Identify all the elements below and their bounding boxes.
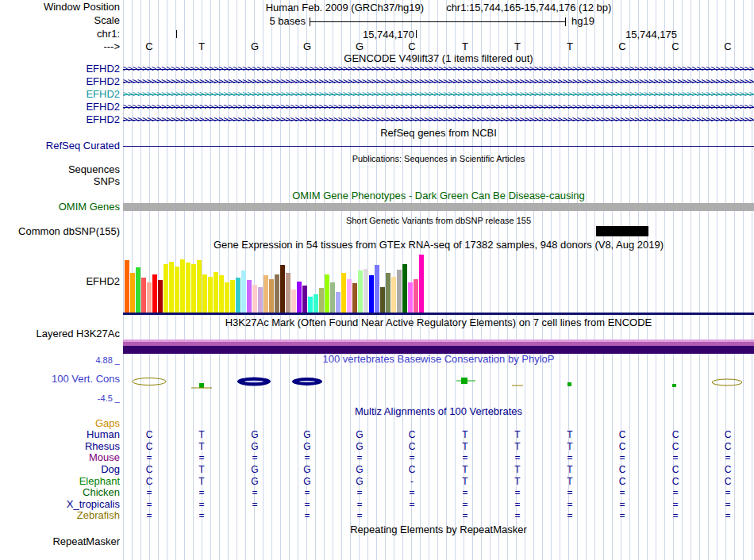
gtex-tissue-bar[interactable] <box>191 264 196 313</box>
alignment-base[interactable]: = <box>175 499 228 510</box>
gtex-tissue-bar[interactable] <box>208 277 213 313</box>
alignment-base[interactable]: = <box>281 487 333 498</box>
track-title-gtex[interactable]: Gene Expression in 54 tissues from GTEx … <box>123 240 754 251</box>
alignment-base[interactable]: = <box>333 499 386 510</box>
species-label-x_tropicalis[interactable]: X_tropicalis <box>0 499 120 510</box>
alignment-base[interactable]: - <box>386 476 438 487</box>
gtex-tissue-bar[interactable] <box>252 285 257 313</box>
alignment-base[interactable]: T <box>439 429 491 440</box>
gtex-tissue-bar[interactable] <box>225 282 229 313</box>
alignment-base[interactable]: = <box>649 499 702 510</box>
gtex-tissue-bar[interactable] <box>175 267 179 313</box>
alignment-base[interactable]: = <box>333 452 386 463</box>
alignment-base[interactable]: C <box>649 476 702 487</box>
alignment-base[interactable]: = <box>386 487 438 498</box>
alignment-base[interactable]: C <box>649 464 702 475</box>
alignment-base[interactable]: G <box>333 429 386 440</box>
conservation-mark[interactable] <box>299 381 315 382</box>
alignment-base[interactable]: G <box>333 441 386 452</box>
alignment-base[interactable]: = <box>491 499 544 510</box>
alignment-base[interactable]: G <box>281 441 333 452</box>
alignment-base[interactable]: = <box>702 499 754 510</box>
alignment-base[interactable]: = <box>596 452 648 463</box>
alignment-base[interactable]: = <box>544 510 596 521</box>
alignment-base[interactable]: = <box>281 510 333 521</box>
alignment-base[interactable]: = <box>386 452 438 463</box>
alignment-base[interactable]: C <box>123 429 175 440</box>
gtex-tissue-bar[interactable] <box>364 269 368 313</box>
gtex-tissue-bar[interactable] <box>369 275 374 313</box>
alignment-base[interactable]: G <box>281 429 333 440</box>
track-label-omim-genes[interactable]: OMIM Genes <box>0 201 120 213</box>
gtex-tissue-bar[interactable] <box>214 272 218 313</box>
gtex-tissue-bar[interactable] <box>297 282 302 313</box>
gtex-tissue-bar[interactable] <box>125 260 129 313</box>
alignment-base[interactable]: = <box>123 499 175 510</box>
alignment-base[interactable]: = <box>123 487 175 498</box>
alignment-base[interactable]: T <box>491 441 544 452</box>
alignment-base[interactable]: G <box>333 476 386 487</box>
track-title-dbsnp[interactable]: Short Genetic Variants from dbSNP releas… <box>123 215 754 226</box>
alignment-base[interactable]: T <box>544 429 596 440</box>
alignment-base[interactable]: = <box>333 510 386 521</box>
species-label-elephant[interactable]: Elephant <box>0 476 120 487</box>
gtex-tissue-bar[interactable] <box>258 287 263 313</box>
gtex-tissue-bar[interactable] <box>380 287 385 313</box>
alignment-base[interactable]: = <box>596 499 648 510</box>
alignment-base[interactable]: C <box>386 429 438 440</box>
track-label-layered-h3k27ac[interactable]: Layered H3K27Ac <box>0 328 120 339</box>
gtex-tissue-bar[interactable] <box>280 265 285 313</box>
alignment-base[interactable]: C <box>386 464 438 475</box>
gene-direction-arrows[interactable]: >>>>>>>>>>>>>>>>>>>>>>>>>>>>>>>>>>>>>>>>… <box>123 64 754 74</box>
alignment-base[interactable]: = <box>649 452 702 463</box>
gtex-tissue-bar[interactable] <box>202 274 207 313</box>
gtex-tissue-bar[interactable] <box>169 262 174 313</box>
gtex-tissue-bar[interactable] <box>163 264 168 313</box>
alignment-base[interactable]: = <box>491 510 544 521</box>
alignment-base[interactable]: T <box>439 464 491 475</box>
alignment-base[interactable]: C <box>123 464 175 475</box>
track-title-omim[interactable]: OMIM Gene Phenotypes - Dark Green Can Be… <box>123 190 754 201</box>
alignment-base[interactable]: T <box>491 476 544 487</box>
alignment-base[interactable]: = <box>491 487 544 498</box>
track-label-repeatmasker[interactable]: RepeatMasker <box>0 536 120 547</box>
gene-label-efhd2[interactable]: EFHD2 <box>0 76 120 87</box>
species-label-rhesus[interactable]: Rhesus <box>0 441 120 452</box>
gtex-tissue-bar[interactable] <box>241 270 246 313</box>
gene-label-efhd2[interactable]: EFHD2 <box>0 63 120 75</box>
gtex-tissue-bar[interactable] <box>319 288 324 313</box>
conservation-wiggle[interactable] <box>123 365 754 403</box>
gene-direction-arrows[interactable]: >>>>>>>>>>>>>>>>>>>>>>>>>>>>>>>>>>>>>>>>… <box>123 115 754 125</box>
alignment-base[interactable]: = <box>229 452 281 463</box>
gene-direction-arrows[interactable]: >>>>>>>>>>>>>>>>>>>>>>>>>>>>>>>>>>>>>>>>… <box>123 77 754 86</box>
alignment-base[interactable]: C <box>123 441 175 452</box>
alignment-base[interactable]: T <box>491 429 544 440</box>
gtex-tissue-bar[interactable] <box>275 274 279 313</box>
alignment-base[interactable]: = <box>333 487 386 498</box>
species-label-chicken[interactable]: Chicken <box>0 487 120 498</box>
alignment-base[interactable]: C <box>386 441 438 452</box>
alignment-base[interactable]: T <box>175 441 228 452</box>
gtex-tissue-bar[interactable] <box>247 280 252 313</box>
track-title-refseq[interactable]: RefSeq genes from NCBI <box>123 128 754 139</box>
gtex-tissue-bar[interactable] <box>186 263 190 313</box>
alignment-base[interactable]: = <box>281 499 333 510</box>
track-label-refseq-curated[interactable]: RefSeq Curated <box>0 140 120 152</box>
gtex-tissue-bar[interactable] <box>130 273 135 313</box>
alignment-base[interactable]: = <box>702 487 754 498</box>
alignment-base[interactable]: G <box>229 429 281 440</box>
gtex-tissue-bar[interactable] <box>286 273 290 313</box>
alignment-base[interactable]: C <box>649 429 702 440</box>
alignment-base[interactable]: T <box>175 464 228 475</box>
alignment-base[interactable]: T <box>544 441 596 452</box>
alignment-base[interactable]: C <box>596 429 648 440</box>
track-title-repeatmasker[interactable]: Repeating Elements by RepeatMasker <box>123 524 754 535</box>
alignment-base[interactable]: G <box>229 476 281 487</box>
alignment-base[interactable]: = <box>596 510 648 521</box>
species-label-zebrafish[interactable]: Zebrafish <box>0 510 120 521</box>
alignment-base[interactable]: C <box>596 441 648 452</box>
gtex-tissue-bar[interactable] <box>414 279 418 313</box>
species-label-gaps[interactable]: Gaps <box>0 418 120 429</box>
gtex-tissue-bar[interactable] <box>264 275 268 313</box>
alignment-base[interactable]: = <box>229 499 281 510</box>
